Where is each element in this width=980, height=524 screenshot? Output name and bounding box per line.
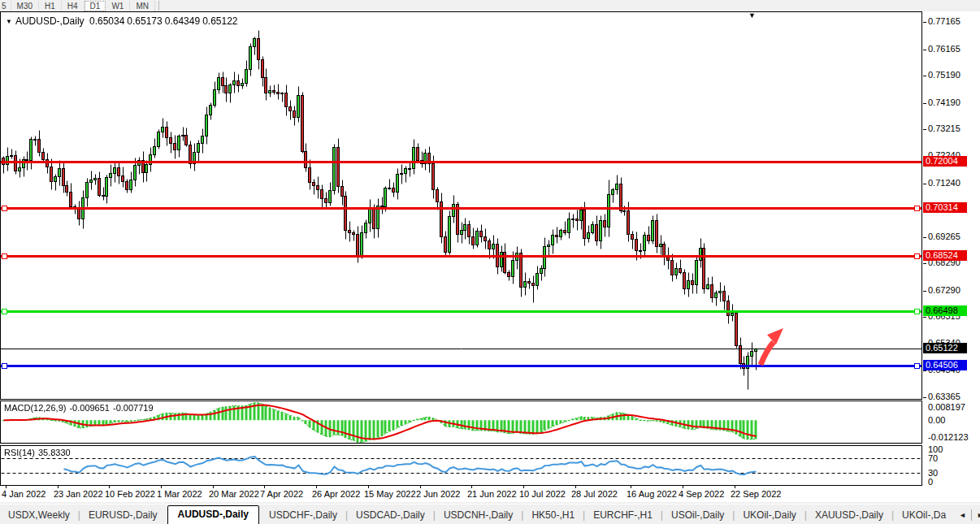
rsi-axis-label: 70	[928, 453, 938, 463]
symbol-dropdown-icon[interactable]: ▼	[6, 18, 12, 25]
timeframe-button-w1[interactable]: W1	[106, 1, 130, 11]
timeframe-button-d1[interactable]: D1	[85, 1, 106, 11]
date-axis-tick	[368, 486, 369, 488]
price-axis-tick: 0.69265	[928, 232, 960, 241]
date-axis-tick	[471, 486, 472, 488]
mt4-chart-window: 5M30H1H4D1W1MN ▼AUDUSD-,Daily 0.650340.6…	[0, 0, 980, 524]
date-axis-tick	[523, 486, 524, 488]
chart-tab-hk50-h1[interactable]: HK50-,H1	[523, 506, 583, 524]
macd-label: MACD(12,26,9)-0.009651-0.007719	[4, 403, 157, 413]
date-axis-tick	[575, 486, 576, 488]
rsi-label: RSI(14)35.8330	[4, 448, 74, 457]
price-axis-tick: 0.67290	[928, 285, 960, 295]
chart-tab-usdcnh-daily[interactable]: USDCNH-,Daily	[436, 506, 521, 524]
date-axis-label: 23 Jan 2022	[54, 489, 103, 499]
symbol-label: AUDUSD-,Daily	[15, 15, 85, 27]
date-axis-tick	[161, 486, 162, 488]
chart-tab-usdcad-daily[interactable]: USDCAD-,Daily	[348, 506, 433, 524]
timeframe-button-h4[interactable]: H4	[62, 1, 85, 11]
macd-axis-label: 0.008197	[928, 402, 965, 412]
price-level-badge: 0.65122	[923, 343, 967, 353]
date-axis-tick	[631, 486, 631, 488]
date-axis-label: 4 Jan 2022	[2, 489, 46, 499]
date-axis-label: 7 Apr 2022	[260, 489, 303, 499]
tab-scroll-left-icon[interactable]: ◄	[954, 511, 971, 519]
chart-tab-ukoil-da[interactable]: UKOil-,Da	[894, 506, 954, 524]
date-axis-label: 10 Jul 2022	[519, 489, 566, 499]
chart-shift-marker[interactable]: ▼	[748, 11, 756, 19]
up-arrow-annotation[interactable]	[757, 327, 784, 366]
price-level-badge: 0.66498	[923, 305, 967, 316]
price-level-badge: 0.64506	[923, 360, 967, 370]
ohlc-close: 0.65122	[202, 15, 237, 27]
macd-value-main: -0.009651	[69, 403, 110, 413]
chart-tab-usoil-daily[interactable]: USOil-,Daily	[663, 506, 732, 524]
date-axis-label: 1 Mar 2022	[157, 489, 202, 499]
tab-scroll-right-icon[interactable]: ►	[972, 511, 980, 519]
price-axis-tick: 0.74190	[928, 97, 960, 107]
date-axis-label: 15 May 2022	[364, 489, 416, 499]
timeframe-toolbar: 5M30H1H4D1W1MN	[0, 0, 980, 12]
rsi-pane: RSI(14)35.8330	[0, 445, 922, 486]
chart-tab-usdchf-daily[interactable]: USDCHF-,Daily	[261, 506, 345, 524]
toolbar-separator	[158, 1, 159, 11]
date-axis-tick	[735, 486, 735, 488]
date-axis-tick	[6, 486, 7, 488]
rsi-axis-label: 0	[928, 477, 933, 487]
date-axis-label: 4 Sep 2022	[679, 489, 724, 499]
chart-title: ▼AUDUSD-,Daily 0.650340.651730.643490.65…	[6, 15, 241, 27]
price-level-badge: 0.70314	[923, 202, 967, 213]
rsi-canvas	[1, 446, 921, 485]
price-level-badge: 0.72004	[923, 156, 967, 167]
rsi-value: 35.8330	[38, 448, 71, 457]
date-axis-tick	[264, 486, 265, 488]
date-axis-label: 22 Sep 2022	[731, 489, 781, 499]
ohlc-high: 0.65173	[127, 15, 162, 27]
macd-value-signal: -0.007719	[113, 403, 154, 413]
macd-pane: MACD(12,26,9)-0.009651-0.007719	[0, 401, 922, 444]
date-axis-tick	[109, 486, 110, 488]
date-axis: 4 Jan 202223 Jan 202210 Feb 20221 Mar 20…	[0, 486, 980, 502]
rsi-name: RSI(14)	[4, 448, 35, 457]
timeframe-button-m30[interactable]: M30	[11, 1, 39, 11]
macd-axis-label: 0.00	[928, 415, 945, 425]
price-axis-tick: 0.71240	[928, 178, 960, 188]
price-axis-tick: 0.73215	[928, 123, 960, 133]
date-axis-label: 2 Jun 2022	[416, 489, 460, 499]
macd-name: MACD(12,26,9)	[4, 403, 66, 413]
chart-tab-eurchf-h1[interactable]: EURCHF-,H1	[585, 506, 661, 524]
date-axis-label: 16 Aug 2022	[627, 489, 677, 499]
macd-axis-label: -0.012123	[928, 432, 969, 442]
ohlc-low: 0.64349	[165, 15, 200, 27]
date-axis-label: 21 Jun 2022	[467, 489, 517, 499]
ohlc-open: 0.65034	[89, 15, 124, 27]
rsi-axis-label: 100	[928, 444, 943, 454]
price-axis-tick: 0.77165	[928, 16, 960, 26]
date-axis-label: 26 Apr 2022	[312, 489, 360, 499]
rsi-axis-label: 30	[928, 468, 938, 478]
timeframe-button-h1[interactable]: H1	[39, 1, 62, 11]
price-axis-tick: 0.63365	[928, 392, 960, 401]
timeframe-button-mn[interactable]: MN	[130, 1, 155, 11]
date-axis-tick	[683, 486, 683, 488]
price-axis-tick: 0.75190	[928, 70, 960, 80]
chart-tab-xauusd-daily[interactable]: XAUUSD-,Daily	[807, 506, 891, 524]
chart-tabs-bar: USDX,Weekly|EURUSD-,DailyAUDUSD-,DailyUS…	[0, 504, 980, 524]
date-axis-tick	[213, 486, 214, 488]
chart-tab-audusd-daily[interactable]: AUDUSD-,Daily	[167, 505, 259, 524]
price-axis-tick: 0.76165	[928, 44, 960, 54]
date-axis-label: 20 Mar 2022	[209, 489, 259, 499]
date-axis-label: 10 Feb 2022	[105, 489, 155, 499]
chart-tab-usdx-weekly[interactable]: USDX,Weekly	[0, 506, 78, 524]
timeframe-button-5[interactable]: 5	[0, 1, 11, 11]
tab-scroll-controls: ◄►	[954, 505, 980, 524]
date-axis-tick	[316, 486, 317, 488]
price-level-badge: 0.68524	[923, 250, 967, 261]
date-axis-tick	[58, 486, 59, 488]
price-pane: ▼AUDUSD-,Daily 0.650340.651730.643490.65…	[0, 11, 922, 400]
date-axis-tick	[420, 486, 421, 488]
date-axis-label: 28 Jul 2022	[571, 489, 618, 499]
chart-tab-eurusd-daily[interactable]: EURUSD-,Daily	[80, 506, 166, 524]
chart-tab-ukoil-daily[interactable]: UKOil-,Daily	[735, 506, 804, 524]
